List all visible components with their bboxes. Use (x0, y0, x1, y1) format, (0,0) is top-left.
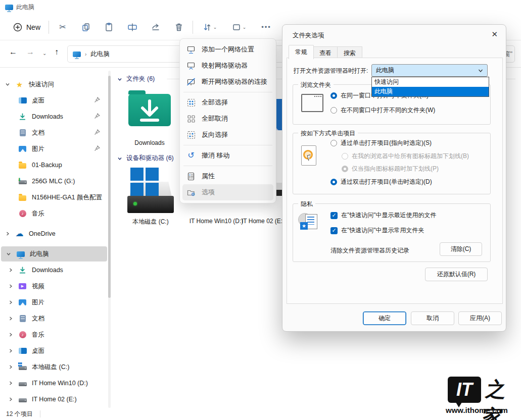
new-button[interactable]: New (7, 20, 46, 35)
share-button[interactable] (144, 22, 167, 32)
section-title: 文件夹 (6) (126, 75, 155, 83)
view-button[interactable]: ⌄ (224, 23, 254, 32)
checkbox-show-recent-files[interactable]: ✓ 在"快速访问"中显示最近使用的文件 (330, 211, 437, 220)
menu-item-label: 全部取消 (202, 114, 228, 123)
menu-item-disconnect-network-drive[interactable]: 断开网络驱动器的连接 (182, 74, 273, 90)
drive-c-tile-icon[interactable] (127, 182, 174, 213)
share-icon (151, 22, 161, 32)
window-outline-icon (301, 94, 323, 112)
sidebar-item-01-backup[interactable]: 01-Backup (0, 158, 107, 173)
ok-button[interactable]: 确定 (363, 311, 406, 325)
section-header-folders[interactable]: 文件夹 (6) (117, 75, 155, 83)
dropdown-option-label: 快速访问 (374, 78, 399, 86)
sidebar-item-pictures[interactable]: 图片 (0, 141, 107, 156)
forward-button[interactable]: → (26, 47, 34, 57)
menu-item-label: 属性 (202, 172, 215, 181)
sidebar-item-drive-c[interactable]: 本地磁盘 (C:) (0, 359, 107, 375)
delete-button[interactable] (167, 22, 191, 32)
button-label: 确定 (378, 314, 391, 323)
breadcrumb-root[interactable]: 此电脑 (90, 50, 110, 59)
menu-item-undo-move[interactable]: ↺ 撤消 移动 (182, 147, 273, 164)
see-more-context-menu: 添加一个网络位置 映射网络驱动器 断开网络驱动器的连接 全部选择 全部取消 反向… (179, 38, 276, 203)
sidebar-item-pc-desktop[interactable]: 桌面 (0, 343, 107, 358)
tab-general[interactable]: 常规 (289, 45, 314, 59)
menu-item-properties[interactable]: 属性 (182, 168, 273, 184)
explorer-window: 此电脑 New ✂ ⌄ ⌄ ••• ← → ⌄ ↑ › (0, 0, 521, 420)
menu-item-label: 全部选择 (202, 98, 228, 107)
paste-button[interactable] (98, 22, 121, 32)
sidebar-item-drive-e[interactable]: IT Home 02 (E:) (0, 392, 107, 407)
pin-icon (94, 97, 100, 103)
restore-defaults-button[interactable]: 还原默认值(R) (425, 268, 488, 281)
chevron-right-icon (8, 316, 13, 321)
sidebar-scrollbar[interactable] (108, 71, 111, 408)
sidebar-item-pc-downloads[interactable]: Downloads (0, 262, 107, 278)
apply-button[interactable]: 应用(A) (458, 311, 502, 325)
copy-button[interactable] (74, 22, 98, 32)
clear-button[interactable]: 清除(C) (440, 242, 482, 256)
back-button[interactable]: ← (9, 47, 17, 57)
downloads-folder-tile-icon[interactable] (128, 94, 171, 126)
sidebar-item-desktop[interactable]: 桌面 (0, 93, 107, 108)
chevron-down-icon (117, 156, 122, 161)
tile-label-drive-d[interactable]: IT Home Win10 (D:) (186, 218, 247, 225)
radio-single-click[interactable]: 通过单击打开项目(指向时选定)(S) (330, 139, 432, 147)
sidebar-item-quick-access[interactable]: ★ 快速访问 (0, 77, 107, 92)
sidebar-item-drive-d[interactable]: IT Home Win10 (D:) (0, 376, 107, 391)
radio-different-window[interactable]: 在不同窗口中打开不同的文件夹(W) (330, 106, 435, 115)
sidebar-item-pc-documents[interactable]: 文档 (0, 311, 107, 326)
status-separator (40, 410, 40, 417)
dropdown-option-quick-access[interactable]: 快速访问 (372, 77, 489, 87)
tile-label-downloads[interactable]: Downloads (124, 139, 175, 146)
up-button[interactable]: ↑ (55, 47, 59, 57)
section-header-devices[interactable]: 设备和驱动器 (6) (117, 154, 174, 163)
music-icon: ♪ (19, 210, 26, 217)
cut-button[interactable]: ✂ (51, 22, 74, 32)
clear-history-label: 清除文件资源管理器历史记录 (330, 246, 409, 255)
sidebar-item-pc-music[interactable]: ♪ 音乐 (0, 327, 107, 342)
sidebar-item-pc-pictures[interactable]: 图片 (0, 295, 107, 310)
status-bar: 12 个项目 (0, 408, 521, 420)
sidebar-item-downloads[interactable]: Downloads (0, 109, 107, 124)
menu-item-map-network-drive[interactable]: 映射网络驱动器 (182, 58, 273, 74)
ithome-url: www.ithome.com (446, 406, 508, 414)
sidebar-item-label: IT Home Win10 (D:) (32, 380, 88, 387)
menu-item-label: 断开网络驱动器的连接 (202, 77, 267, 86)
sort-button[interactable]: ⌄ (195, 23, 224, 32)
star-icon: ★ (16, 81, 23, 88)
checkbox-checked-icon: ✓ (330, 227, 338, 234)
sidebar-item-pc-videos[interactable]: ▶ 视频 (0, 279, 107, 294)
sidebar-item-music[interactable]: ♪ 音乐 (0, 206, 107, 221)
chevron-right-icon (8, 300, 13, 305)
menu-item-add-network-location[interactable]: 添加一个网络位置 (182, 41, 273, 58)
menu-item-options[interactable]: ⚙ 选项 (182, 184, 273, 200)
videos-icon: ▶ (19, 283, 26, 289)
sidebar-item-documents[interactable]: 文档 (0, 125, 107, 140)
scrollbar-thumb[interactable] (108, 76, 111, 298)
sidebar-item-n156hhe[interactable]: N156HHE-GA1 颜色配置 (0, 190, 107, 205)
menu-item-select-all[interactable]: 全部选择 (182, 94, 273, 111)
cancel-button[interactable]: 取消 (411, 311, 454, 325)
sidebar-item-onedrive[interactable]: ☁ OneDrive (0, 226, 107, 241)
see-more-button[interactable]: ••• (254, 23, 279, 31)
menu-item-select-none[interactable]: 全部取消 (182, 111, 273, 127)
radio-double-click[interactable]: 通过双击打开项目(单击时选定)(D) (330, 178, 432, 186)
button-label: 清除(C) (451, 245, 471, 253)
sidebar-item-this-pc[interactable]: 此电脑 (1, 246, 107, 261)
menu-item-invert-selection[interactable]: 反向选择 (182, 127, 273, 143)
close-icon[interactable]: ✕ (491, 30, 498, 39)
network-location-icon (186, 45, 196, 54)
recent-locations-chevron[interactable]: ⌄ (42, 50, 46, 56)
chevron-down-icon (478, 69, 483, 73)
checkbox-show-frequent-folders[interactable]: ✓ 在"快速访问"中显示常用文件夹 (330, 226, 424, 235)
dialog-title: 文件夹选项 (293, 31, 324, 40)
this-pc-icon (17, 251, 25, 257)
tile-label-drive-c[interactable]: 本地磁盘 (C:) (125, 218, 176, 226)
rename-button[interactable] (121, 22, 144, 32)
open-to-combobox[interactable]: 此电脑 (371, 64, 488, 77)
chevron-down-icon: ⌄ (243, 25, 247, 30)
dropdown-option-this-pc[interactable]: 此电脑 (372, 87, 489, 96)
group-title: 隐私 (298, 200, 315, 208)
sidebar-item-256g-mlc[interactable]: ⬇ 256G MLC (G:) (0, 174, 107, 189)
radio-icon (342, 153, 348, 160)
